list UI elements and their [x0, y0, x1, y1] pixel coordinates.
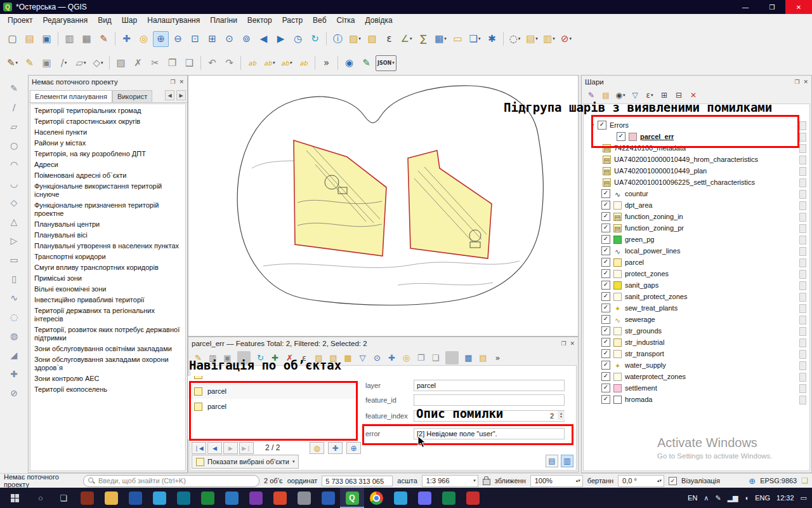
separator[interactable] — [200, 56, 201, 70]
planning-item[interactable]: Функціональне використання територій існ… — [30, 181, 185, 200]
move-feature-icon[interactable]: ✚ — [5, 366, 23, 382]
expand-all-icon[interactable]: ⊞ — [658, 90, 671, 102]
tab[interactable]: Використ — [112, 90, 152, 102]
vertex-tool-icon[interactable]: ◇ — [90, 55, 106, 71]
layer-item[interactable]: ▼ ✓ ∿ local_power_lines — [584, 245, 809, 257]
taskbar-app-6-icon[interactable] — [219, 488, 244, 508]
layout-manager-icon[interactable]: ▦ — [79, 31, 95, 47]
attr-actions-icon[interactable]: ▤ — [476, 351, 490, 364]
close-button[interactable]: ✕ — [785, 0, 812, 14]
menu-item[interactable]: Редагування — [38, 15, 93, 26]
open-project-icon[interactable]: ▤ — [22, 31, 37, 47]
separator[interactable] — [58, 32, 58, 46]
taskbar-app-8-icon[interactable] — [268, 488, 292, 508]
planning-item[interactable]: Території державних та регіональних інте… — [30, 305, 185, 324]
taskbar-folder-icon[interactable] — [99, 488, 123, 508]
identify-features-icon[interactable]: ⓘ — [330, 31, 346, 47]
notification-center-icon[interactable]: ▭ — [801, 494, 807, 502]
planning-item[interactable]: Зони контролю АЕС — [30, 373, 185, 384]
float-panel-icon[interactable]: ❐ — [794, 79, 799, 85]
render-checkbox[interactable]: ✓ — [669, 477, 677, 485]
trim-extend-icon[interactable]: ⊘ — [5, 385, 23, 401]
separator[interactable] — [337, 56, 338, 70]
pin-labels-icon[interactable]: ab — [278, 55, 294, 71]
menu-item[interactable]: Проект — [3, 15, 38, 26]
layer-checkbox[interactable]: ✓ — [601, 212, 610, 221]
form-value-error[interactable]: [2] Невідоме поле "user". — [414, 428, 565, 439]
input-language[interactable]: EN — [688, 494, 697, 502]
menu-item[interactable]: Плагіни — [205, 15, 242, 26]
taskbar-app-10-icon[interactable] — [316, 488, 340, 508]
draw-triangle-icon[interactable]: △ — [5, 213, 23, 230]
open-attribute-table-icon[interactable]: ▦ — [433, 31, 449, 47]
separator[interactable] — [445, 351, 459, 364]
paste-features-icon[interactable]: ❑ — [181, 55, 197, 71]
layer-item[interactable]: ▼ ✓ parcel — [584, 257, 809, 268]
planning-item[interactable]: Зони обслуговування закладами охорони зд… — [30, 354, 185, 373]
clock[interactable]: 12:32 — [776, 494, 794, 502]
layer-item[interactable]: ▼ ✓ ∿ countur — [584, 188, 809, 199]
layer-item[interactable]: ▼ ✓ str_industrial — [584, 337, 809, 348]
layer-item[interactable]: ▼ ▤ UA74020010000010449_hrom_characteris… — [584, 154, 809, 165]
taskbar-app-1-icon[interactable] — [75, 488, 99, 508]
temporal-controller-icon[interactable]: ◷ — [290, 31, 306, 47]
zoom-last-icon[interactable]: ◀ — [256, 31, 272, 47]
stop-rendering-icon[interactable]: ⊘ — [558, 31, 574, 47]
draw-arc-icon[interactable]: ◠ — [5, 156, 23, 173]
save-layer-edits-icon[interactable]: ▣ — [39, 55, 55, 71]
layer-item[interactable]: ▼ ✓ sanit_gaps — [584, 279, 809, 291]
separator[interactable] — [240, 56, 241, 70]
advanced-digitizing-icon[interactable]: ✎ — [5, 80, 23, 97]
layer-item[interactable]: ▼ ✓ hromada — [584, 394, 809, 405]
add-group-icon[interactable]: ▤ — [599, 90, 612, 102]
close-panel-icon[interactable]: ✕ — [179, 79, 184, 85]
processing-toolbox-icon[interactable]: ✱ — [484, 31, 500, 47]
new-bookmark-icon[interactable]: ❏ — [467, 31, 483, 47]
zoom-to-layer-icon[interactable]: ⊚ — [239, 31, 254, 47]
planning-item[interactable]: Зони обслуговування освітніми закладами — [30, 344, 185, 354]
layer-checkbox[interactable]: ✓ — [601, 361, 610, 370]
draw-rectangle-icon[interactable]: ▭ — [5, 251, 23, 268]
taskbar-app-4-icon[interactable] — [171, 488, 195, 508]
filter-by-expression-icon[interactable]: ε — [643, 90, 656, 102]
zoom-to-selection-icon[interactable]: ⊙ — [221, 31, 237, 47]
zoom-native-icon[interactable]: ⊡ — [187, 31, 203, 47]
layer-checkbox[interactable]: ✓ — [601, 246, 610, 255]
highlight-labels-icon[interactable]: ab — [296, 55, 311, 71]
planning-item[interactable]: Території територіальних громад — [30, 105, 185, 116]
toggle-editing-icon[interactable]: ✎ — [22, 55, 37, 71]
sketch-tool-icon[interactable]: ✎ — [358, 55, 374, 71]
layer-item[interactable]: ▼ ✓ str_transport — [584, 348, 809, 359]
layer-item[interactable]: ▼ ✓ ▤ function_zoning_pr — [584, 222, 809, 234]
layer-checkbox[interactable]: ✓ — [601, 292, 610, 301]
maximize-button[interactable]: ❐ — [759, 0, 785, 14]
add-polygon-feature-icon[interactable]: ▱ — [73, 55, 89, 71]
float-panel-icon[interactable]: ❐ — [561, 340, 566, 347]
json-tools-icon[interactable]: JSON — [376, 55, 396, 71]
planning-item[interactable]: Смуги впливу транспортних коридорів — [30, 262, 185, 273]
planning-item[interactable]: Планувальні утворення в населених пункта… — [30, 241, 185, 251]
pan-to-feature-icon[interactable]: ✚ — [328, 442, 343, 454]
layer-item[interactable]: ▼ ✓ green_pg — [584, 234, 809, 245]
menu-item[interactable]: Шар — [117, 15, 142, 26]
circle-3pt-icon[interactable]: ◍ — [5, 328, 23, 344]
crs-value[interactable]: EPSG:9863 — [760, 477, 797, 485]
attr-filter-icon[interactable]: ▽ — [356, 351, 369, 364]
menu-item[interactable]: Довідка — [360, 15, 398, 26]
separator[interactable] — [503, 32, 504, 46]
taskbar-app-9-icon[interactable] — [292, 488, 316, 508]
refresh-map-icon[interactable]: ↻ — [307, 31, 323, 47]
attr-deselect-icon[interactable]: ▩ — [341, 351, 355, 364]
zoom-next-icon[interactable]: ▶ — [273, 31, 289, 47]
taskbar-app-5-icon[interactable] — [195, 488, 219, 508]
rotation-spinner[interactable]: 0,0 ° ▴▾ — [618, 475, 664, 487]
attr-paste-icon[interactable]: ❑ — [429, 351, 442, 364]
network-icon[interactable]: ▂▆ — [728, 494, 738, 502]
separator[interactable] — [315, 56, 315, 70]
zoom-out-icon[interactable]: ⊖ — [170, 31, 186, 47]
menu-item[interactable]: Налаштування — [142, 15, 205, 26]
draw-regular-polygon-icon[interactable]: ▷ — [5, 232, 23, 249]
highlight-current-feature-icon[interactable]: ◍ — [310, 442, 324, 454]
layer-checkbox[interactable]: ✓ — [617, 132, 625, 141]
draw-rhombus-icon[interactable]: ◇ — [5, 194, 23, 211]
